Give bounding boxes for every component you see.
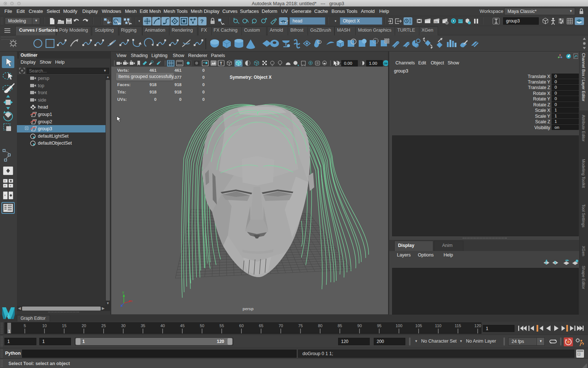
svg-text:25: 25 — [101, 323, 106, 328]
svg-text:70: 70 — [279, 323, 283, 328]
svg-text:5: 5 — [24, 323, 26, 328]
svg-text:95: 95 — [377, 323, 381, 328]
svg-text:55: 55 — [219, 323, 224, 328]
svg-text:+: + — [4, 194, 6, 197]
svg-text:20: 20 — [82, 323, 86, 328]
svg-text:1: 1 — [8, 329, 10, 333]
svg-text:45: 45 — [180, 323, 184, 328]
svg-text:80: 80 — [318, 323, 322, 328]
svg-text:30: 30 — [121, 323, 125, 328]
svg-text:T: T — [220, 61, 222, 66]
svg-text:+: + — [4, 179, 6, 183]
svg-text:120: 120 — [474, 323, 481, 328]
svg-text:y: y — [122, 290, 124, 294]
svg-text:IPR: IPR — [434, 21, 438, 23]
svg-text:100: 100 — [396, 323, 402, 328]
svg-text:40: 40 — [161, 323, 165, 328]
svg-text:1.00: 1.00 — [369, 61, 377, 66]
svg-text:75: 75 — [298, 323, 303, 328]
svg-text:105: 105 — [415, 323, 422, 328]
svg-text:60: 60 — [239, 323, 244, 328]
svg-text:ON: ON — [384, 62, 388, 65]
svg-text:115: 115 — [455, 323, 461, 328]
svg-text:85: 85 — [338, 323, 342, 328]
svg-text:50: 50 — [200, 323, 204, 328]
svg-text:10: 10 — [42, 323, 47, 328]
svg-text:15: 15 — [62, 323, 67, 328]
svg-text:35: 35 — [141, 323, 145, 328]
svg-text:?: ? — [200, 18, 204, 24]
svg-text:90: 90 — [357, 323, 362, 328]
svg-text:65: 65 — [259, 323, 263, 328]
svg-text:+: + — [4, 184, 6, 188]
svg-text:0.00: 0.00 — [344, 61, 352, 66]
svg-text:x: x — [131, 299, 133, 303]
svg-text:110: 110 — [435, 323, 442, 328]
svg-text:+: + — [10, 184, 11, 188]
